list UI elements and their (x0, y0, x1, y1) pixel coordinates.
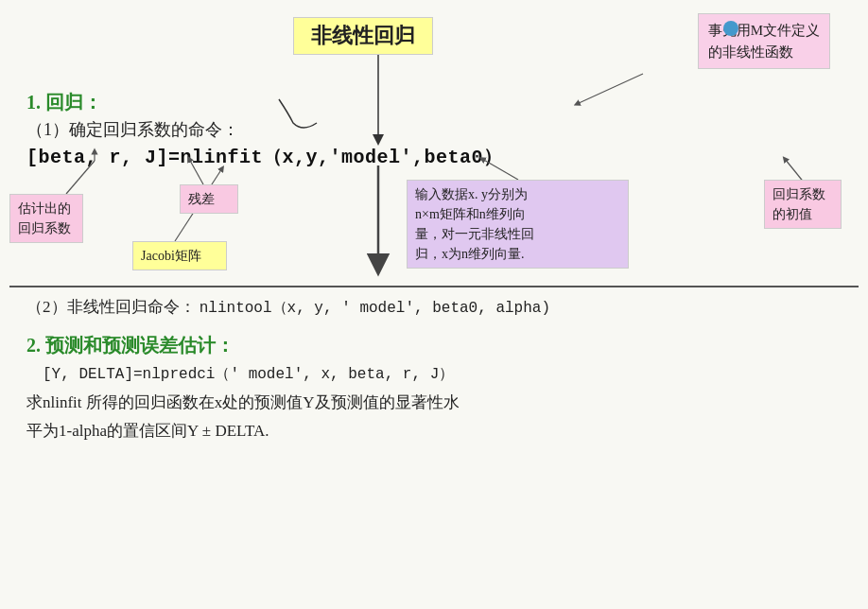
divider-line (9, 286, 859, 287)
blue-dot (723, 21, 738, 36)
main-container: 非线性回归 事先用M文件定义 的非线性函数 1. 回归： （1）确定回归系数的命… (0, 0, 868, 609)
annot-beta-line2: 回归系数 (18, 218, 75, 238)
annot-beta: 估计出的 回归系数 (9, 194, 83, 243)
section2-header: 2. 预测和预测误差估计： (26, 333, 234, 358)
nlinfit-cmd-text: [beta, r, J]=nlinfit（x,y,'model',beta0） (26, 147, 503, 168)
annot-jacobi: Jacobi矩阵 (132, 241, 227, 270)
section2-cmd-block: （2）非线性回归命令： nlintool（x, y, ' model', bet… (26, 293, 842, 322)
section2-content: [Y, DELTA]=nlpredci（' model', x, beta, r… (26, 359, 842, 446)
nlinfit-cmd: [beta, r, J]=nlinfit（x,y,'model',beta0） (26, 144, 503, 169)
section2-cmd: nlintool（x, y, ' model', beta0, alpha) (200, 300, 550, 317)
section2-desc1-text: 求nlinfit 所得的回归函数在x处的预测值Y及预测值的显著性水 (26, 393, 460, 411)
annot-beta-line1: 估计出的 (18, 199, 75, 218)
section2-desc2-text: 平为1-alpha的置信区间Y ± DELTA. (26, 422, 269, 440)
annot-beta0-line2: 的初值 (773, 204, 833, 224)
section2-nlpredci: [Y, DELTA]=nlpredci（' model', x, beta, r… (26, 359, 842, 389)
annot-xy-line4: 归，x为n维列向量. (415, 244, 620, 264)
annot-xy-line2: n×m矩阵和n维列向 (415, 204, 620, 224)
annot-xy-line1: 输入数据x. y分别为 (415, 184, 620, 204)
svg-line-5 (577, 74, 643, 104)
annot-xy-line3: 量，对一元非线性回 (415, 224, 620, 244)
sub1-label: （1）确定回归系数的命令： (26, 118, 239, 141)
note-topright-box: 事先用M文件定义 的非线性函数 (698, 13, 830, 69)
annot-xy: 输入数据x. y分别为 n×m矩阵和n维列向 量，对一元非线性回 归，x为n维列… (407, 180, 629, 269)
section2-label: （2）非线性回归命令： (26, 298, 196, 316)
title-box: 非线性回归 (293, 17, 433, 55)
section1-header: 1. 回归： (26, 90, 102, 115)
nlpredci-cmd: [Y, DELTA]=nlpredci（' model', x, beta, r… (43, 366, 454, 383)
section2-desc1: 求nlinfit 所得的回归函数在x处的预测值Y及预测值的显著性水 (26, 389, 842, 418)
note-line2: 的非线性函数 (708, 42, 820, 63)
annot-jacobi-text: Jacobi矩阵 (141, 249, 201, 263)
title-text: 非线性回归 (311, 24, 415, 47)
annot-r-text: 残差 (188, 192, 215, 206)
annot-r: 残差 (180, 184, 238, 214)
annot-beta0-line1: 回归系数 (773, 184, 833, 204)
annot-beta0: 回归系数 的初值 (764, 180, 842, 229)
section2-desc2: 平为1-alpha的置信区间Y ± DELTA. (26, 417, 842, 446)
